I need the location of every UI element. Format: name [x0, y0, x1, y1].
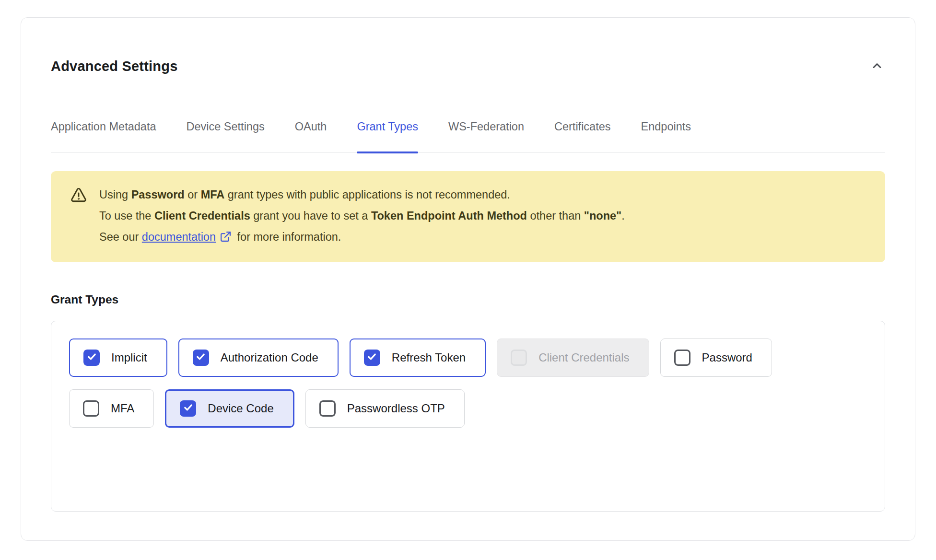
grant-types-row-1: Implicit Authorization Code Refresh Toke… [69, 338, 867, 377]
grant-types-section-label: Grant Types [51, 293, 885, 306]
grant-type-label: Implicit [111, 351, 147, 364]
tab-endpoints[interactable]: Endpoints [641, 120, 691, 152]
grant-types-panel: Implicit Authorization Code Refresh Toke… [51, 321, 885, 512]
grant-type-refresh-token[interactable]: Refresh Token [350, 338, 486, 377]
settings-tabs: Application Metadata Device Settings OAu… [51, 120, 885, 153]
tab-ws-federation[interactable]: WS-Federation [448, 120, 524, 152]
tab-oauth[interactable]: OAuth [295, 120, 327, 152]
tab-application-metadata[interactable]: Application Metadata [51, 120, 156, 152]
checkbox-checked[interactable] [83, 350, 100, 366]
checkbox-checked[interactable] [180, 400, 196, 417]
advanced-settings-card: Advanced Settings Application Metadata D… [21, 17, 915, 541]
grant-type-mfa[interactable]: MFA [69, 389, 154, 428]
grant-type-passwordless-otp[interactable]: Passwordless OTP [305, 389, 465, 428]
grant-type-device-code[interactable]: Device Code [165, 389, 294, 428]
check-icon [195, 351, 206, 365]
page-title: Advanced Settings [51, 58, 177, 74]
warning-message: Using Password or MFA grant types with p… [99, 184, 625, 247]
warning-line-2: To use the Client Credentials grant you … [99, 205, 625, 226]
external-link-icon [216, 231, 234, 243]
card-header: Advanced Settings [51, 58, 885, 74]
checkbox-checked[interactable] [364, 350, 380, 366]
tab-certificates[interactable]: Certificates [554, 120, 611, 152]
check-icon [183, 402, 194, 416]
checkbox-unchecked[interactable] [83, 400, 99, 417]
grant-type-authorization-code[interactable]: Authorization Code [178, 338, 339, 377]
chevron-up-icon [870, 59, 884, 74]
grant-type-label: MFA [111, 402, 134, 415]
collapse-section-button[interactable] [869, 58, 885, 74]
grant-type-implicit[interactable]: Implicit [69, 338, 167, 377]
grant-type-label: Device Code [208, 402, 273, 415]
warning-banner: Using Password or MFA grant types with p… [51, 171, 885, 262]
checkbox-unchecked[interactable] [319, 400, 336, 417]
warning-line-1: Using Password or MFA grant types with p… [99, 184, 625, 205]
grant-type-label: Passwordless OTP [347, 402, 445, 415]
checkbox-unchecked[interactable] [674, 350, 690, 366]
check-icon [86, 351, 97, 365]
warning-triangle-icon [70, 187, 87, 204]
grant-type-password[interactable]: Password [660, 338, 772, 377]
grant-type-label: Password [702, 351, 752, 364]
documentation-link[interactable]: documentation [142, 231, 216, 243]
checkbox-disabled [511, 350, 527, 366]
tab-device-settings[interactable]: Device Settings [186, 120, 264, 152]
tab-grant-types[interactable]: Grant Types [357, 120, 418, 152]
check-icon [366, 351, 377, 365]
checkbox-checked[interactable] [193, 350, 209, 366]
grant-type-client-credentials: Client Credentials [497, 338, 649, 377]
warning-line-3: See our documentation for more informati… [99, 226, 625, 247]
grant-types-row-2: MFA Device Code Passwordless OTP [69, 389, 867, 428]
grant-type-label: Refresh Token [392, 351, 466, 364]
grant-type-label: Client Credentials [538, 351, 629, 364]
grant-type-label: Authorization Code [221, 351, 318, 364]
